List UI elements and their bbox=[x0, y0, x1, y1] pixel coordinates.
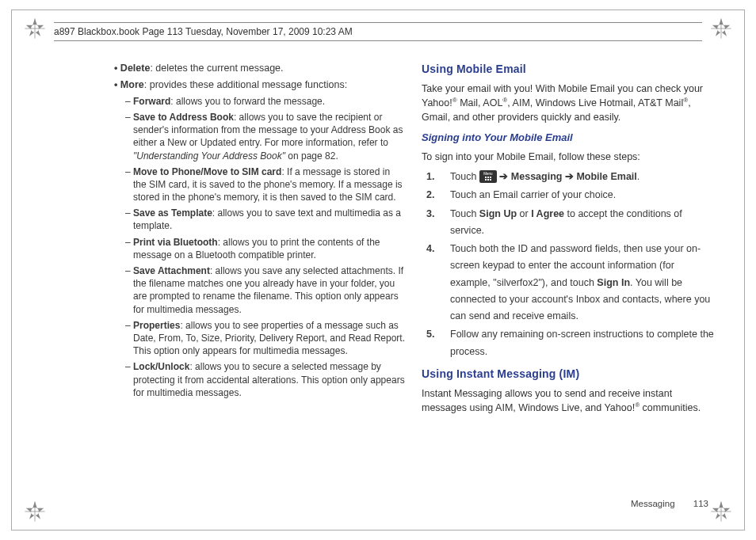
bullet-forward: Forward: allows you to forward the messa… bbox=[111, 95, 406, 108]
step-number: 5. bbox=[426, 326, 441, 360]
step-body: Touch both the ID and password fields, t… bbox=[450, 241, 716, 325]
right-column: Using Mobile Email Take your email with … bbox=[422, 62, 716, 492]
page-footer: Messaging 113 bbox=[631, 499, 708, 508]
footer-page-number: 113 bbox=[693, 499, 708, 508]
document-header: a897 Blackbox.book Page 113 Tuesday, Nov… bbox=[54, 22, 702, 41]
bullet-save-address-book: Save to Address Book: allows you to save… bbox=[111, 111, 406, 162]
step-body: Touch Menu ➔ Messaging ➔ Mobile Email. bbox=[450, 169, 716, 185]
header-text: a897 Blackbox.book Page 113 Tuesday, Nov… bbox=[54, 26, 353, 37]
step-body: Touch an Email carrier of your choice. bbox=[450, 187, 716, 203]
register-mark-icon bbox=[24, 500, 46, 523]
step-number: 3. bbox=[426, 206, 441, 240]
bullet-print-bluetooth: Print via Bluetooth: allows you to print… bbox=[111, 236, 406, 261]
register-mark-icon bbox=[710, 500, 732, 523]
step-3: 3. Touch Sign Up or I Agree to accept th… bbox=[422, 206, 716, 240]
left-column: Delete: deletes the current message. Mor… bbox=[111, 62, 406, 492]
register-mark-icon bbox=[710, 17, 732, 40]
step-5: 5. Follow any remaining on-screen instru… bbox=[422, 326, 716, 360]
bullet-move: Move to Phone/Move to SIM card: If a mes… bbox=[111, 165, 406, 204]
bullet-save-template: Save as Template: allows you to save tex… bbox=[111, 207, 406, 232]
step-body: Follow any remaining on-screen instructi… bbox=[450, 326, 716, 360]
para-signin-intro: To sign into your Mobile Email, follow t… bbox=[422, 150, 716, 164]
register-mark-icon bbox=[24, 17, 46, 40]
bullet-save-attachment: Save Attachment: allows you save any sel… bbox=[111, 264, 406, 316]
bullet-properties: Properties: allows you to see properties… bbox=[111, 319, 406, 358]
para-im-intro: Instant Messaging allows you to send and… bbox=[422, 386, 716, 415]
para-mobile-email-intro: Take your email with you! With Mobile Em… bbox=[422, 82, 716, 125]
step-2: 2. Touch an Email carrier of your choice… bbox=[422, 187, 716, 203]
heading-signing-in: Signing into Your Mobile Email bbox=[422, 131, 716, 145]
step-number: 1. bbox=[426, 169, 441, 185]
page-content: Delete: deletes the current message. Mor… bbox=[111, 62, 716, 492]
bullet-lock-unlock: Lock/Unlock: allows you to secure a sele… bbox=[111, 360, 406, 399]
step-number: 2. bbox=[426, 187, 441, 203]
bullet-more: More: provides these additional message … bbox=[111, 78, 406, 92]
step-body: Touch Sign Up or I Agree to accept the c… bbox=[450, 206, 716, 240]
step-1: 1. Touch Menu ➔ Messaging ➔ Mobile Email… bbox=[422, 169, 716, 185]
heading-im: Using Instant Messaging (IM) bbox=[422, 367, 716, 382]
step-4: 4. Touch both the ID and password fields… bbox=[422, 241, 716, 325]
heading-mobile-email: Using Mobile Email bbox=[422, 62, 716, 77]
footer-section: Messaging bbox=[631, 499, 675, 508]
bullet-delete: Delete: deletes the current message. bbox=[111, 62, 406, 75]
step-number: 4. bbox=[426, 241, 441, 325]
menu-icon: Menu bbox=[479, 170, 497, 183]
